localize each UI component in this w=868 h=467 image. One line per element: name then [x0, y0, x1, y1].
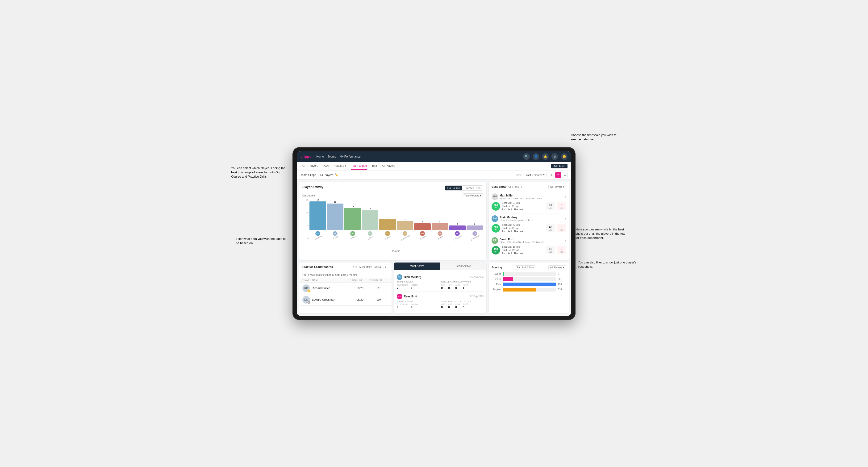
activity-toggle: On Course Practice Drills [445, 185, 483, 191]
tab-all-players[interactable]: All Players [382, 162, 395, 170]
grid-view-icon[interactable]: ⊞ [549, 172, 554, 178]
practice-drills-toggle[interactable]: Practice Drills [462, 186, 483, 190]
shot-chevron-david[interactable]: › [565, 239, 566, 243]
app-stat-rees: APP 0 [448, 303, 453, 309]
activity-stat-group-rounds-rees: Total Rounds Tournament 8 Practice [397, 300, 439, 309]
avatar-icon[interactable]: 😊 [561, 153, 567, 160]
nav-home[interactable]: Home [316, 154, 324, 159]
all-shots-tab[interactable]: All Shots [508, 185, 519, 188]
app-nav: Home Teams My Performance [316, 154, 519, 159]
activity-item-rees: RB Rees Britt 02 Sep 2023 Total Rounds [397, 292, 484, 311]
activity-content: BM Blair McHarg 26 Aug 2023 Total Rounds [394, 270, 486, 313]
shot-metric1-blair: 43 yds [546, 224, 555, 232]
chart-header: On Course Total Rounds ▾ [302, 193, 483, 198]
shot-item-blair: BM Blair McHarg 23 Jul 2023 · Ashridge G… [492, 214, 566, 236]
scoring-filter1[interactable]: Par 3, 4 & 5s ▾ [515, 266, 536, 270]
bar-value-2: 10 [352, 206, 354, 208]
tab-hcaps[interactable]: Hcaps 1-5 [334, 162, 346, 170]
best-shots-header: Best Shots All Shots ▾ All Players ▾ [492, 185, 566, 189]
arg-stat-rees: ARG 0 [455, 303, 460, 309]
shots-tabs: Best Shots All Shots [492, 185, 519, 188]
shot-metric2-matt: 0 yds [557, 203, 566, 210]
bar-group-9: 2 CR C. Robertson [467, 223, 483, 239]
bar-chart: 15 10 5 0 13 BM B. McHarg 12 [302, 199, 483, 241]
shot-chevron-blair[interactable]: › [565, 217, 566, 220]
scoring-filter2[interactable]: All Players ▾ [549, 266, 566, 270]
least-active-tab[interactable]: Least Active [440, 262, 486, 270]
shot-text-david: Shot Dist: 16 yds Start Lie: Rough End L… [502, 245, 544, 255]
player-activity-header: Player Activity On Course Practice Drill… [302, 185, 483, 191]
annotation-lower-right: You can also filter to show just one pla… [578, 260, 639, 269]
tab-pga[interactable]: PGA [323, 162, 329, 170]
most-active-tab[interactable]: Most Active [394, 262, 440, 270]
scoring-panel: Scoring Par 3, 4 & 5s ▾ All Players ▾ [489, 262, 569, 313]
heart-view-icon[interactable]: ♥ [555, 172, 561, 178]
player-avatar-9: CR [472, 231, 477, 236]
team-header: Team Clippd | 14 Players ✏️ Show: Last 3… [297, 171, 571, 180]
app-logo: clippd [301, 154, 312, 158]
practice-stat-blair: Practice 6 [411, 284, 418, 290]
y-axis: 15 10 5 0 [302, 199, 309, 244]
on-course-toggle[interactable]: On Course [445, 186, 462, 190]
rank-badge-gold: 1 [307, 289, 310, 292]
practice-name-2: Edward Crossman [312, 298, 335, 302]
tournament-stat-rees: Tournament 8 [397, 303, 408, 309]
shot-badge-david: 198 SG [492, 246, 500, 254]
scoring-fill-0 [503, 272, 504, 276]
bell-icon[interactable]: 🔔 [542, 153, 549, 160]
bar-8 [449, 225, 466, 230]
practice-row-2: EC 2 Edward Crossman 18/20 107 [299, 294, 392, 306]
practice-filter[interactable]: PUTT Must Make Putting ... ▾ [350, 265, 388, 269]
shot-metric1-david: 16 yds [546, 246, 555, 254]
tab-tour[interactable]: Tour [372, 162, 377, 170]
search-icon[interactable]: 🔍 [523, 153, 530, 160]
edit-icon[interactable]: ✏️ [335, 173, 338, 177]
chevron-down-icon: ▾ [532, 266, 534, 269]
scoring-track-1 [503, 277, 556, 281]
filter-view-icon[interactable]: ☰ [562, 172, 567, 178]
player-avatar-5: OB [403, 231, 407, 236]
player-count: 14 Players [320, 173, 333, 177]
best-shots-tab[interactable]: Best Shots [492, 185, 506, 188]
people-icon[interactable]: 👤 [533, 153, 539, 160]
shot-badge-blair: 200 SG [492, 224, 500, 232]
shot-metric1-matt: 67 yds [546, 203, 555, 210]
gtt-stat-rees: GTT 0 [441, 303, 445, 309]
practice-activities-label-rees: Total Practice Activities [441, 300, 484, 303]
months-select[interactable]: Last 3 months ▾ [524, 173, 547, 177]
sub-nav-right: Add Team [551, 164, 567, 168]
practice-row-1: RB 1 Richard Butler 19/20 110 [299, 283, 392, 294]
tab-pgat-players[interactable]: PGAT Players [301, 162, 318, 170]
activity-avatar-blair: BM [397, 274, 402, 280]
rounds-label-blair: Total Rounds [397, 281, 439, 283]
plus-icon[interactable]: ⊕ [552, 153, 558, 160]
scoring-label-1: Birdies [492, 278, 501, 280]
y-label-5: 5 [307, 224, 309, 227]
annotation-mid-left: Filter what data you wish the table to b… [236, 237, 288, 245]
shot-chevron-matt[interactable]: › [565, 195, 566, 198]
team-name: Team Clippd [301, 173, 316, 177]
team-header-left: Team Clippd | 14 Players ✏️ [301, 173, 513, 177]
chart-filter[interactable]: Total Rounds ▾ [463, 193, 483, 198]
scoring-val-2: 499 [558, 283, 566, 286]
bar-9 [467, 225, 483, 230]
view-icons: ⊞ ♥ ☰ [549, 172, 567, 178]
bar-group-5: 4 OB O. Billingham [397, 219, 413, 239]
player-avatar-2: DF [350, 231, 355, 236]
nav-teams[interactable]: Teams [328, 154, 336, 159]
all-players-filter[interactable]: All Players ▾ [549, 185, 566, 189]
scoring-track-0 [503, 272, 556, 276]
add-team-button[interactable]: Add Team [551, 164, 567, 168]
practice-subtitle: PUTT Must Make Putting (3-6 ft), Last 3 … [299, 272, 392, 278]
tab-team-clippd[interactable]: Team Clippd [351, 162, 367, 170]
y-label-0: 0 [307, 237, 309, 239]
player-avatar-0: BM [315, 231, 320, 236]
activity-stat-group-rounds-blair: Total Rounds Tournament 7 Practice [397, 281, 439, 290]
shot-player-name-matt: Matt Miller [500, 194, 563, 197]
nav-my-performance[interactable]: My Performance [340, 154, 361, 159]
activity-name-blair: Blair McHarg [404, 276, 469, 279]
bar-group-7: 3 MM M. Miller [432, 221, 448, 239]
chevron-down-icon: ▾ [543, 173, 545, 177]
shot-player-name-david: David Ford [500, 238, 563, 241]
practice-score-1: 19/20 [350, 286, 369, 290]
